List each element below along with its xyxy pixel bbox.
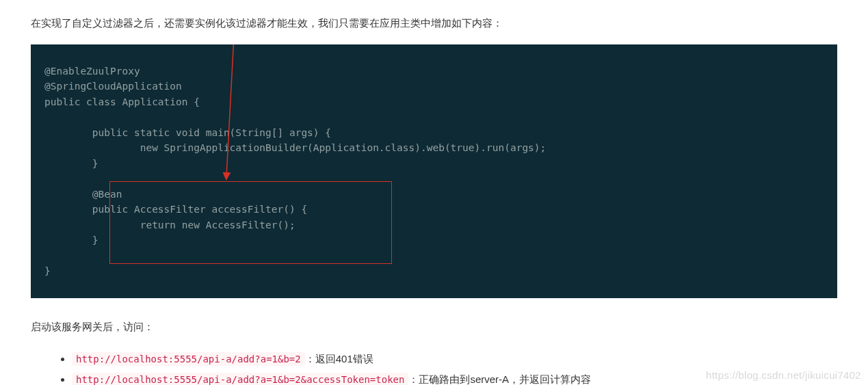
code-line: public class Application { — [44, 96, 200, 107]
post-paragraph: 启动该服务网关后，访问： — [31, 317, 837, 336]
url-code: http://localhost:5555/api-a/add?a=1&b=2&… — [72, 373, 408, 385]
code-line: new SpringApplicationBuilder(Application… — [44, 142, 546, 153]
code-line: } — [44, 265, 51, 276]
url-desc: ：返回401错误 — [305, 353, 373, 364]
list-item: http://localhost:5555/api-a/add?a=1&b=2：… — [72, 349, 837, 369]
code-line: @EnableZuulProxy — [44, 66, 140, 77]
url-desc: ：正确路由到server-A，并返回计算内容 — [408, 373, 591, 385]
url-code: http://localhost:5555/api-a/add?a=1&b=2 — [72, 352, 305, 366]
code-line: @Bean — [44, 189, 122, 200]
code-line: } — [44, 235, 98, 245]
code-line: @SpringCloudApplication — [44, 81, 182, 92]
intro-paragraph: 在实现了自定义过滤器之后，还需要实例化该过滤器才能生效，我们只需要在应用主类中增… — [31, 14, 837, 32]
watermark: https://blog.csdn.net/jikuicui7402 — [706, 369, 861, 381]
code-content: @EnableZuulProxy @SpringCloudApplication… — [44, 64, 824, 279]
code-line: public AccessFilter accessFilter() { — [44, 204, 307, 215]
code-block: @EnableZuulProxy @SpringCloudApplication… — [31, 44, 837, 298]
code-line: } — [44, 158, 98, 169]
code-line: public static void main(String[] args) { — [44, 127, 331, 138]
code-line: return new AccessFilter(); — [44, 220, 295, 230]
